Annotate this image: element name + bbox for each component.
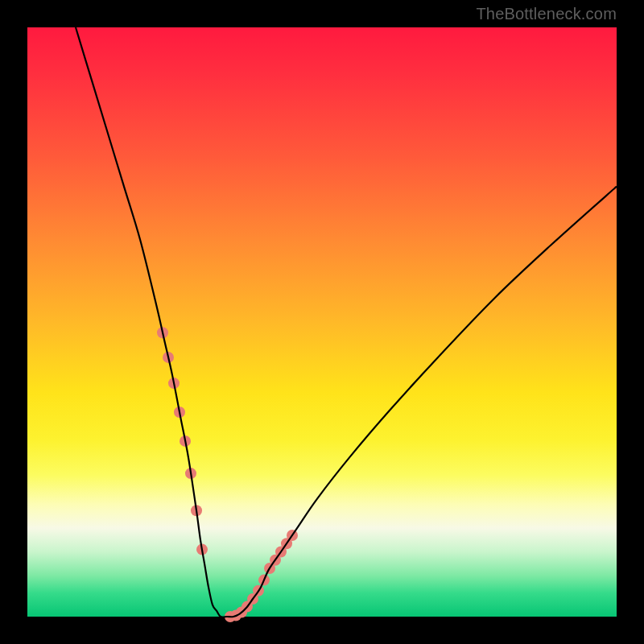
bottleneck-curve (76, 27, 617, 617)
outer-frame: TheBottleneck.com (0, 0, 644, 644)
highlight-dots-group (157, 327, 298, 622)
plot-area (27, 27, 617, 617)
watermark-text: TheBottleneck.com (476, 5, 617, 23)
curve-svg (27, 27, 617, 617)
